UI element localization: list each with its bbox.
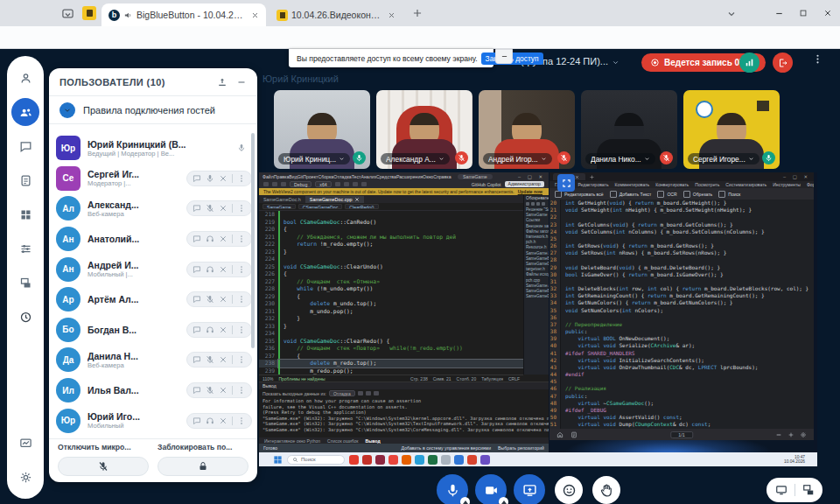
user-list-item[interactable]: Бо Богдан В... (56, 315, 252, 346)
browser-tab-inactive[interactable]: 10.04.26.Видеоконференция.. (270, 4, 402, 26)
manage-users-icon[interactable] (217, 77, 228, 88)
chat-icon[interactable] (192, 265, 201, 274)
chat-icon[interactable] (192, 174, 201, 183)
mute-button[interactable] (437, 474, 468, 504)
close-icon[interactable] (219, 265, 228, 274)
camera-button[interactable] (475, 474, 507, 504)
chat-icon[interactable] (192, 416, 201, 425)
device-status-icon[interactable] (206, 295, 214, 304)
close-icon[interactable] (219, 386, 228, 395)
chat-icon[interactable] (192, 326, 201, 334)
window-maximize-button[interactable] (791, 0, 816, 26)
kebab-menu-icon[interactable] (237, 234, 246, 243)
user-list-item[interactable]: Ан Андрей И... Мобильный |... (56, 254, 252, 284)
kebab-menu-icon[interactable] (237, 355, 246, 364)
chat-icon[interactable] (192, 386, 201, 395)
close-icon[interactable] (219, 355, 228, 364)
user-list-item[interactable]: Ан Анатолий... (56, 224, 252, 255)
video-tile[interactable]: Данила Нико... (581, 90, 677, 169)
device-status-icon[interactable] (206, 386, 214, 395)
tab-close-icon[interactable] (388, 11, 396, 19)
chat-icon[interactable] (14, 135, 37, 158)
chat-icon[interactable] (192, 355, 201, 364)
chat-icon[interactable] (192, 234, 201, 243)
close-icon[interactable] (219, 416, 228, 425)
device-status-icon[interactable] (206, 355, 214, 364)
taskbar-clock: 10:47 10.04.2026 (784, 455, 805, 465)
user-list-scrollbar[interactable] (251, 133, 255, 348)
video-name-badge[interactable]: Юрий Криниц... (278, 153, 350, 164)
device-status-icon[interactable] (237, 144, 246, 152)
device-status-icon[interactable] (206, 416, 214, 425)
close-icon[interactable] (219, 204, 228, 213)
close-icon[interactable] (219, 174, 228, 183)
layouts-icon[interactable] (14, 271, 37, 294)
close-icon[interactable] (219, 295, 228, 304)
shared-notes-icon[interactable] (14, 169, 37, 192)
vs-solution-explorer: Обозреватель реше... Решение "SameGame"S… (523, 195, 549, 374)
user-list-item[interactable]: Ил Илья Вал... (56, 375, 252, 406)
fullscreen-share-button[interactable] (557, 174, 575, 192)
video-name-badge[interactable]: Сергей Игоре... (688, 153, 760, 164)
kebab-menu-icon[interactable] (237, 265, 246, 274)
reactions-button[interactable] (555, 476, 583, 504)
restore-presentation-button[interactable] (775, 484, 788, 496)
device-status-icon[interactable] (206, 265, 214, 274)
timer-icon[interactable] (14, 305, 37, 328)
pinned-extension-icon[interactable] (82, 6, 96, 20)
user-list-item[interactable]: Да Данила Н... Веб-камера (56, 345, 252, 375)
video-tile[interactable]: Александр А... (376, 90, 472, 169)
tab-search-icon[interactable] (61, 7, 74, 20)
hide-notification-button[interactable] (495, 49, 513, 64)
opera-beta-icon (362, 455, 372, 465)
browser-tab-strip: BigBlueButton - 10.04.26.8.. 10.04.26.Ви… (0, 0, 840, 26)
browser-tab-active[interactable]: BigBlueButton - 10.04.26.8.. (102, 4, 266, 26)
kebab-menu-icon[interactable] (237, 174, 246, 183)
device-status-icon[interactable] (206, 234, 214, 243)
connection-status-button[interactable] (739, 52, 760, 73)
video-name-badge[interactable]: Данила Нико... (585, 153, 655, 164)
device-status-icon[interactable] (206, 326, 214, 334)
user-list-item[interactable]: Се Сергей Иг... Модератор |... (56, 164, 252, 194)
user-list-item[interactable]: Ар Артём Ал... (56, 284, 252, 315)
device-status-icon[interactable] (206, 174, 214, 183)
video-name-badge[interactable]: Андрей Игор... (483, 153, 552, 164)
chat-icon[interactable] (192, 204, 201, 213)
device-status-icon[interactable] (206, 204, 214, 213)
user-list-item[interactable]: Ал Александ... Веб-камера (56, 193, 252, 224)
mute-all-button[interactable] (58, 457, 149, 476)
raise-hand-button[interactable] (592, 476, 620, 504)
window-close-button[interactable] (816, 0, 840, 26)
swap-layout-button[interactable] (802, 484, 815, 496)
close-icon[interactable] (219, 234, 228, 243)
kebab-menu-icon[interactable] (237, 416, 246, 425)
video-tile[interactable]: Андрей Игор... (479, 90, 575, 169)
close-icon[interactable] (219, 326, 228, 334)
kebab-menu-icon[interactable] (237, 386, 246, 395)
user-list-item[interactable]: Юр Юрий Криницкий (В... Ведущий | Модера… (56, 133, 252, 164)
chat-icon[interactable] (192, 295, 201, 304)
leave-meeting-button[interactable] (773, 52, 793, 73)
video-name-badge[interactable]: Александр А... (381, 153, 450, 164)
kebab-menu-icon[interactable] (237, 295, 246, 304)
whiteboard-icon[interactable] (14, 431, 37, 454)
screenshare-button[interactable] (514, 474, 545, 504)
breakout-rooms-icon[interactable] (14, 203, 37, 226)
new-tab-button[interactable] (411, 7, 424, 19)
kebab-menu-icon[interactable] (237, 204, 246, 213)
settings-icon[interactable] (14, 466, 37, 488)
options-menu-icon[interactable] (812, 53, 823, 65)
video-tile[interactable]: Сергей Игоре... (683, 90, 780, 169)
kebab-menu-icon[interactable] (237, 326, 246, 334)
profile-icon[interactable] (14, 66, 37, 89)
window-minimize-button[interactable] (766, 0, 791, 26)
video-tile[interactable]: Юрий Криниц... (274, 90, 370, 169)
window-chevron-icon[interactable] (726, 9, 737, 19)
minimize-panel-icon[interactable] (236, 77, 247, 88)
users-icon[interactable] (11, 98, 39, 126)
user-list-item[interactable]: Юр Юрий Иго... Мобильный (56, 405, 252, 436)
polls-icon[interactable] (14, 237, 37, 260)
guest-policy-row[interactable]: Правила подключения гостей (49, 96, 257, 124)
tab-close-icon[interactable] (251, 11, 259, 19)
lock-viewers-button[interactable] (158, 457, 248, 476)
